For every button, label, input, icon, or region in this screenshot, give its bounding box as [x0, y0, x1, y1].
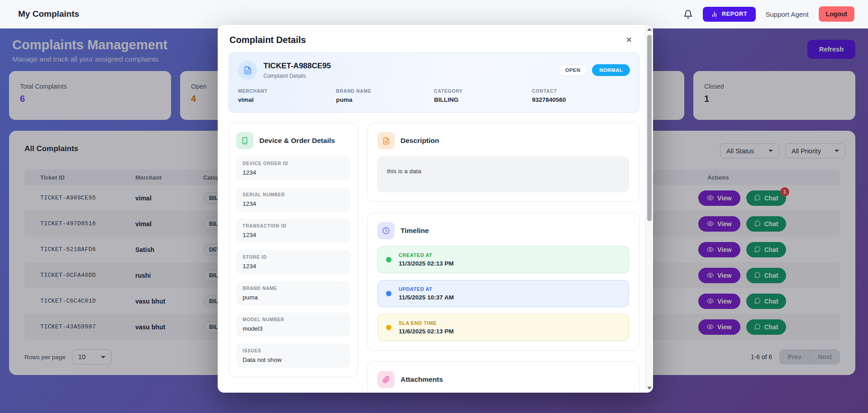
description-title: Description	[401, 137, 439, 145]
device-field: ISSUES Data not show	[236, 344, 350, 368]
description-card: Description this is a data	[367, 123, 639, 202]
description-doc-icon	[377, 132, 395, 149]
device-field: STORE ID 1234	[236, 250, 350, 274]
timeline-event-updated: UPDATED AT 11/5/2025 10:37 AM	[377, 280, 629, 307]
ticket-field-contact: CONTACT 9327840560	[532, 88, 630, 103]
close-icon[interactable]: ✕	[626, 35, 632, 45]
notifications-button[interactable]	[683, 9, 693, 19]
device-field: SERIAL NUMBER 1234	[236, 188, 350, 212]
app-title: My Complaints	[18, 9, 79, 19]
device-field: MODEL NUMBER model3	[236, 313, 350, 337]
smartphone-icon	[236, 132, 253, 149]
clock-icon	[377, 222, 395, 239]
status-badge: OPEN	[558, 64, 587, 76]
top-navbar: My Complaints REPORT Support Agent Logou…	[0, 0, 868, 28]
paperclip-icon	[377, 371, 395, 388]
ticket-field-category: CATEGORY BILLING	[434, 88, 532, 103]
modal-scrollbar[interactable]	[645, 25, 653, 393]
ticket-field-brand: BRAND NAME puma	[336, 88, 434, 103]
modal-title: Complaint Details	[229, 35, 306, 45]
complaint-details-modal: Complaint Details ✕ TICKET-A988CE95 Comp…	[218, 25, 653, 393]
device-field: DEVICE ORDER ID 1234	[236, 157, 350, 180]
timeline-dot	[386, 325, 391, 330]
report-button-label: REPORT	[722, 11, 748, 17]
description-text: this is a data	[377, 157, 629, 192]
document-icon	[238, 61, 257, 80]
timeline-title: Timeline	[401, 227, 429, 235]
scroll-down-icon[interactable]	[647, 387, 652, 389]
priority-badge: NORMAL	[592, 64, 630, 76]
timeline-card: Timeline CREATED AT 11/3/2025 02:13 PM U…	[367, 213, 639, 351]
timeline-dot	[386, 291, 391, 296]
navbar-actions: REPORT Support Agent Logout	[683, 6, 854, 22]
device-field: TRANSACTION ID 1234	[236, 219, 350, 243]
report-button[interactable]: REPORT	[703, 7, 756, 22]
scroll-up-icon[interactable]	[647, 28, 652, 31]
ticket-subtitle: Complaint Details	[263, 73, 331, 79]
ticket-summary-card: TICKET-A988CE95 Complaint Details OPEN N…	[229, 52, 639, 113]
ticket-id: TICKET-A988CE95	[263, 62, 331, 71]
attachments-title: Attachments	[401, 375, 443, 384]
scrollbar-thumb[interactable]	[647, 35, 652, 221]
device-panel-title: Device & Order Details	[259, 137, 335, 145]
bar-chart-icon	[711, 11, 718, 18]
modal-header: Complaint Details ✕	[218, 25, 653, 45]
device-order-panel: Device & Order Details DEVICE ORDER ID 1…	[229, 123, 358, 377]
attachments-card: Attachments	[367, 361, 639, 393]
timeline-dot	[386, 257, 391, 262]
bell-icon	[683, 9, 693, 19]
logout-button[interactable]: Logout	[819, 6, 854, 22]
ticket-field-merchant: MERCHANT vimal	[238, 88, 336, 103]
device-field: BRAND NAME puma	[236, 281, 350, 305]
user-role-label: Support Agent	[766, 10, 809, 18]
timeline-event-created: CREATED AT 11/3/2025 02:13 PM	[377, 246, 629, 273]
timeline-event-sla: SLA END TIME 11/6/2025 02:13 PM	[377, 314, 629, 341]
